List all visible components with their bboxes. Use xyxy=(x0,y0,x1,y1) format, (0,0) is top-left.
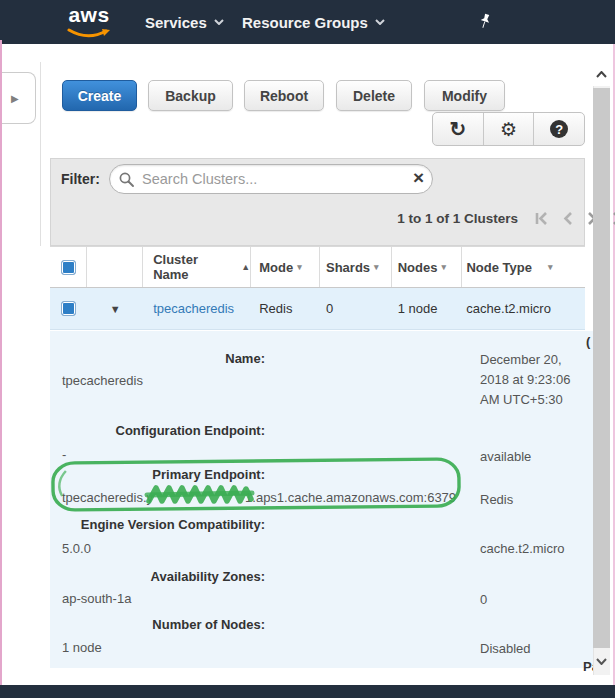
row-node-type: cache.t2.micro xyxy=(462,288,585,329)
table-header-row: Cluster Name ▲ Mode ▾ Shards ▾ Nodes ▾ N… xyxy=(50,247,585,288)
node-type-value: cache.t2.micro xyxy=(480,539,586,559)
filter-panel: Filter: × 1 to 1 of 1 Clusters xyxy=(50,158,585,246)
elasticache-console: aws Services Resource Groups xyxy=(0,0,615,698)
pagination-last-button[interactable] xyxy=(610,211,615,226)
scrollbar-thumb[interactable] xyxy=(593,88,610,648)
chevron-down-icon xyxy=(214,19,224,25)
status-value: available xyxy=(480,447,586,467)
footer-bar xyxy=(0,685,615,698)
filter-caret-icon: ▾ xyxy=(441,262,446,272)
chevron-up-icon xyxy=(596,71,607,78)
nav-resource-groups-label: Resource Groups xyxy=(242,14,368,31)
screenshot-border-left xyxy=(0,40,2,698)
row-mode: Redis xyxy=(251,288,320,329)
filter-caret-icon: ▾ xyxy=(297,262,302,272)
aws-logo-text: aws xyxy=(64,5,114,25)
column-header-shards[interactable]: Shards ▾ xyxy=(320,247,392,287)
number-of-nodes-value: 1 node xyxy=(62,640,102,655)
sidebar-expand-tab[interactable]: ▶ xyxy=(2,72,36,124)
scroll-up-button[interactable] xyxy=(593,62,610,86)
primary-endpoint-value: tpecacheredis.y1.aps1.cache.amazonaws.co… xyxy=(62,490,456,505)
create-button[interactable]: Create xyxy=(62,80,137,111)
first-page-icon xyxy=(534,211,550,226)
clipped-character-fragment: ( xyxy=(586,334,590,349)
redacted-endpoint-segment xyxy=(153,492,245,502)
availability-zones-value: ap-south-1a xyxy=(62,591,131,606)
engine-version-label: Engine Version Compatibility: xyxy=(50,517,265,532)
configuration-endpoint-value: - xyxy=(62,447,66,462)
preferences-button[interactable]: ⚙ xyxy=(483,113,534,145)
nav-resource-groups[interactable]: Resource Groups xyxy=(242,0,385,44)
search-input[interactable] xyxy=(109,164,433,194)
search-box: × xyxy=(109,164,433,194)
row-nodes: 1 node xyxy=(392,288,463,329)
pagination-summary: 1 to 1 of 1 Clusters xyxy=(397,211,518,226)
cluster-details-panel: Name: tpecacheredis Configuration Endpoi… xyxy=(50,331,593,668)
scroll-down-button[interactable] xyxy=(593,650,610,672)
select-all-checkbox[interactable] xyxy=(61,260,76,275)
help-icon: ? xyxy=(550,120,568,138)
name-label: Name: xyxy=(50,351,265,366)
engine-version-value: 5.0.0 xyxy=(62,541,91,556)
gear-icon: ⚙ xyxy=(500,118,517,141)
select-all-cell xyxy=(50,247,87,287)
reboot-button[interactable]: Reboot xyxy=(244,80,324,111)
nav-services-label: Services xyxy=(145,14,207,31)
filter-label: Filter: xyxy=(61,171,100,187)
name-value: tpecacheredis xyxy=(62,373,143,388)
column-header-nodes[interactable]: Nodes ▾ xyxy=(392,247,463,287)
filter-caret-icon: ▾ xyxy=(548,262,553,272)
pagination: 1 to 1 of 1 Clusters xyxy=(101,211,615,226)
pagination-first-button[interactable] xyxy=(534,211,550,226)
creation-time-value: December 20, 2018 at 9:23:06 AM UTC+5:30 xyxy=(480,350,586,410)
column-header-cluster-name[interactable]: Cluster Name ▲ xyxy=(143,247,251,287)
shards-value: 0 xyxy=(480,590,586,610)
prev-page-icon xyxy=(562,211,574,226)
row-shards: 0 xyxy=(320,288,392,329)
engine-value: Redis xyxy=(480,490,586,510)
search-icon xyxy=(118,171,135,188)
help-button[interactable]: ? xyxy=(533,113,584,145)
aws-smile-icon xyxy=(66,28,112,39)
cluster-name-link[interactable]: tpecacheredis xyxy=(153,301,234,316)
nav-services[interactable]: Services xyxy=(145,0,224,44)
modify-button[interactable]: Modify xyxy=(424,80,505,111)
sort-asc-icon: ▲ xyxy=(241,262,250,272)
primary-endpoint-label: Primary Endpoint: xyxy=(50,467,265,482)
table-tools-group: ↻ ⚙ ? xyxy=(432,112,585,146)
panel-edge-divider xyxy=(40,62,41,246)
chevron-right-icon: ▶ xyxy=(11,93,19,104)
refresh-icon: ↻ xyxy=(449,117,466,141)
backup-value: Disabled xyxy=(480,639,586,659)
availability-zones-label: Availability Zones: xyxy=(50,569,265,584)
expand-column-header xyxy=(87,247,143,287)
refresh-button[interactable]: ↻ xyxy=(433,113,483,145)
number-of-nodes-label: Number of Nodes: xyxy=(50,617,265,632)
configuration-endpoint-label: Configuration Endpoint: xyxy=(50,423,265,438)
column-header-node-type[interactable]: Node Type ▾ xyxy=(462,247,585,287)
backup-button[interactable]: Backup xyxy=(148,80,233,111)
pushpin-icon[interactable] xyxy=(477,13,493,34)
collapse-row-icon[interactable]: ▼ xyxy=(110,303,121,315)
clear-search-icon[interactable]: × xyxy=(413,167,424,189)
row-checkbox[interactable] xyxy=(61,301,76,316)
last-page-icon xyxy=(610,211,615,226)
pagination-prev-button[interactable] xyxy=(562,211,574,226)
filter-caret-icon: ▾ xyxy=(374,262,379,272)
aws-top-nav: aws Services Resource Groups xyxy=(0,0,615,44)
column-header-mode[interactable]: Mode ▾ xyxy=(251,247,320,287)
clusters-table: Cluster Name ▲ Mode ▾ Shards ▾ Nodes ▾ N… xyxy=(50,246,585,330)
aws-logo[interactable]: aws xyxy=(64,5,114,43)
chevron-down-icon xyxy=(596,658,607,665)
delete-button[interactable]: Delete xyxy=(336,80,412,111)
chevron-down-icon xyxy=(375,19,385,25)
cluster-row[interactable]: ▼ tpecacheredis Redis 0 1 node cache.t2.… xyxy=(50,288,585,330)
